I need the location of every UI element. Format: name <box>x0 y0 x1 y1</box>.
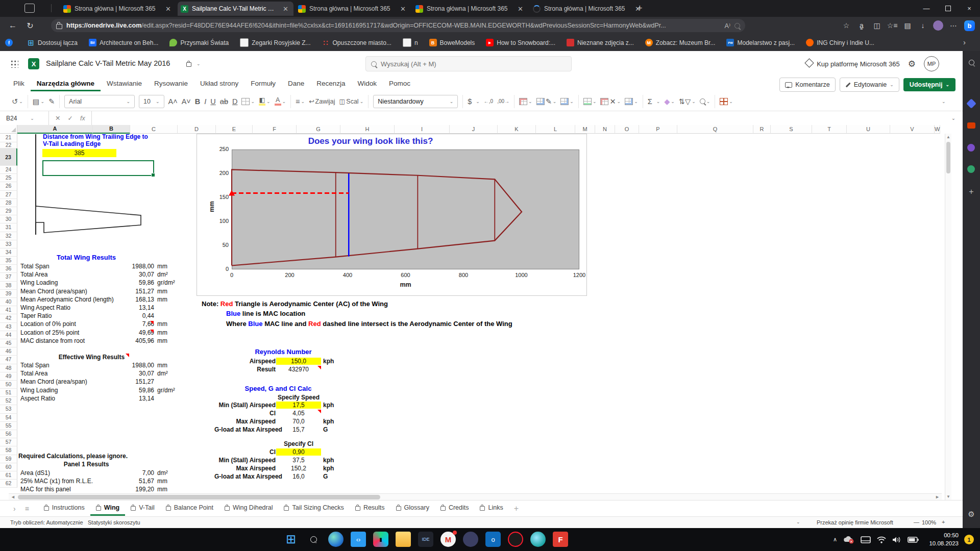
column-header[interactable]: Q <box>677 125 753 134</box>
sheet-tab[interactable]: Credits <box>435 501 475 516</box>
column-header[interactable]: D <box>178 125 216 134</box>
insert-function-icon[interactable]: fx <box>80 115 85 122</box>
tab-close-icon[interactable]: ✕ <box>398 5 408 13</box>
selected-cell-b24[interactable] <box>42 160 154 176</box>
ide-icon[interactable]: IDE <box>418 532 433 547</box>
app-launcher-icon[interactable] <box>10 60 18 68</box>
zoom-out-icon[interactable]: — <box>914 519 919 525</box>
row-header[interactable]: 58 <box>0 446 17 455</box>
sheet-tab[interactable]: Tail Sizing Checks <box>278 501 349 516</box>
row-header[interactable]: 38 <box>0 282 17 290</box>
favorite-star-icon[interactable]: ☆ <box>839 21 854 30</box>
ribbon-menu-tab[interactable]: Formuły <box>244 77 282 91</box>
close-button[interactable]: × <box>959 0 980 17</box>
column-header[interactable]: H <box>340 125 395 134</box>
spreadsheet-grid[interactable]: Distance from Wing Trailing Edge to V-Ta… <box>0 125 963 500</box>
ribbon-menu-tab[interactable]: Plik <box>7 77 31 91</box>
start-icon[interactable]: ⊞ <box>283 532 299 547</box>
row-header[interactable]: 26 <box>0 182 17 190</box>
read-aloud-icon[interactable]: A⁾ <box>725 22 730 30</box>
increase-decimal-icon[interactable]: ,00→ <box>497 98 509 104</box>
column-header[interactable]: N <box>595 125 615 134</box>
ribbon-overflow-icon[interactable]: ⌄ <box>942 99 946 104</box>
font-color-icon[interactable]: A⌄ <box>275 97 286 106</box>
gmail-icon[interactable]: M <box>440 532 456 547</box>
row-value[interactable]: 150,2 <box>276 465 321 472</box>
scroll-down-icon[interactable]: ▼ <box>945 494 951 499</box>
games-icon[interactable] <box>967 144 975 152</box>
bookmark-item[interactable]: ⊞ Dostosuj łącza <box>27 39 78 46</box>
table-row[interactable]: Total Span 1988,00 mm <box>17 263 191 271</box>
bookmark-item[interactable]: Nieznane zdjęcia z... <box>567 39 634 46</box>
borders-icon[interactable]: ⌄ <box>241 98 255 105</box>
taskbar-search-icon[interactable] <box>306 532 321 547</box>
row-value[interactable]: 37,5 <box>276 457 321 464</box>
vertical-scrollbar[interactable]: ▲ ▼ <box>945 134 951 500</box>
column-header[interactable]: I <box>395 125 450 134</box>
downloads-icon[interactable]: ↓ <box>915 21 930 30</box>
conditional-formatting-icon[interactable]: ⌄ <box>519 98 532 105</box>
column-header[interactable]: G <box>297 125 340 134</box>
column-header[interactable]: E <box>216 125 253 134</box>
cell-b21-label[interactable]: Distance from Wing Trailing Edge to V-Ta… <box>43 133 155 147</box>
table-row[interactable]: Wing Aspect Ratio 13,14 <box>17 304 191 312</box>
row-header[interactable]: 60 <box>0 463 17 471</box>
column-header[interactable]: R <box>753 125 771 134</box>
row-header[interactable]: 28 <box>0 199 17 207</box>
bookmark-item[interactable]: Bē Architecture on Beh... <box>89 39 158 46</box>
sheet-tab[interactable]: Glossary <box>390 501 435 516</box>
row-value[interactable]: 0,90 <box>276 448 321 456</box>
bold-button[interactable]: B <box>195 97 200 106</box>
column-header[interactable]: M <box>575 125 595 134</box>
row-header[interactable]: 41 <box>0 306 17 314</box>
sidebar-search-icon[interactable] <box>966 57 976 67</box>
fill-color-icon[interactable]: ◧⌄ <box>259 97 271 106</box>
opera-icon[interactable] <box>508 532 523 547</box>
table-row[interactable]: Total Area 30,07 dm² <box>17 370 191 378</box>
bookmark-item[interactable]: B BoweModels <box>429 39 475 46</box>
table-row[interactable]: Result 432970 <box>214 366 347 374</box>
notification-badge[interactable]: 1 <box>964 535 974 544</box>
tab-close-icon[interactable]: ✕ <box>281 5 290 13</box>
table-row[interactable]: Min (Stall) Airspeed 17,5 kph <box>214 402 347 410</box>
file-explorer-icon[interactable] <box>396 532 411 547</box>
tab-close-icon[interactable]: ✕ <box>163 5 173 13</box>
sort-filter-icon[interactable]: ⇅▽⌄ <box>679 97 696 106</box>
table-row[interactable]: Location of 25% point 49,69 mm <box>17 329 191 337</box>
bookmark-item[interactable]: M Zobacz: Muzeum Br... <box>645 39 716 46</box>
ribbon-menu-tab[interactable]: Dane <box>282 77 310 91</box>
sheet-tab[interactable]: Results <box>350 501 390 516</box>
underline-button[interactable]: U <box>210 97 215 106</box>
column-header[interactable]: A <box>17 125 93 134</box>
row-header[interactable]: 59 <box>0 455 17 463</box>
bookmark-item[interactable]: f <box>5 39 16 46</box>
sheet-nav-chevron-icon[interactable]: › <box>13 505 16 513</box>
volume-icon[interactable] <box>892 536 901 543</box>
sheet-tab[interactable]: Wing <box>90 501 125 516</box>
delete-cells-icon[interactable]: ✕⌄ <box>600 97 621 106</box>
row-header[interactable]: 36 <box>0 265 17 273</box>
row-header[interactable]: 45 <box>0 339 17 347</box>
row-header[interactable]: 50 <box>0 381 17 389</box>
horizontal-scroll-thumb[interactable] <box>18 495 380 499</box>
row-header[interactable]: 21 <box>0 134 17 142</box>
column-header[interactable]: J <box>450 125 498 134</box>
ribbon-menu-tab[interactable]: Wstawianie <box>101 77 148 91</box>
row-header[interactable]: 27 <box>0 191 17 199</box>
paste-icon[interactable]: ▤⌄ <box>33 97 44 106</box>
row-header[interactable]: 35 <box>0 257 17 265</box>
status-chevron-icon[interactable]: ⌄ <box>796 519 800 524</box>
currency-format-icon[interactable]: $ <box>468 97 472 106</box>
ribbon-menu-tab[interactable]: Widok <box>351 77 383 91</box>
taskbar-clock[interactable]: 00:50 10.08.2023 <box>929 531 959 547</box>
excel-logo-icon[interactable]: X <box>28 58 39 69</box>
copilot-icon[interactable]: b <box>964 20 975 31</box>
table-row[interactable]: Cl 0,90 <box>214 448 347 457</box>
autosum-icon[interactable]: Σ <box>648 97 652 106</box>
strikethrough-button[interactable]: ab <box>220 97 228 106</box>
battery-icon[interactable] <box>908 537 919 543</box>
calc-mode-status[interactable]: Tryb obliczeń: Automatycznie <box>10 519 83 525</box>
column-header[interactable]: O <box>615 125 639 134</box>
insert-cells-icon[interactable]: ⌄ <box>583 98 597 105</box>
table-row[interactable]: Total Area 30,07 dm² <box>17 271 191 279</box>
